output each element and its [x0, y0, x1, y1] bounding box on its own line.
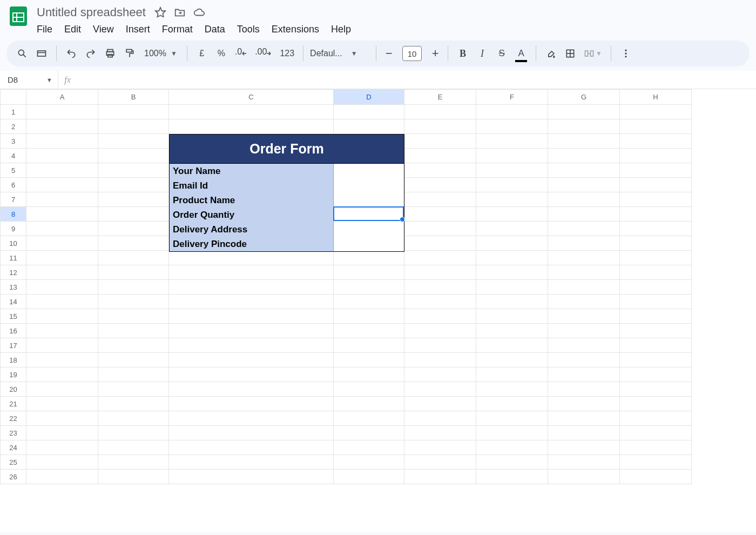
font-size-input[interactable]: 10	[402, 46, 422, 61]
cell-H11[interactable]	[620, 251, 692, 265]
cell-D5[interactable]	[334, 163, 404, 178]
cell-B14[interactable]	[98, 295, 169, 309]
cell-G13[interactable]	[548, 280, 620, 295]
cell-H10[interactable]	[620, 236, 692, 251]
cell-H23[interactable]	[620, 426, 692, 440]
cell-H22[interactable]	[620, 411, 692, 426]
cell-G2[interactable]	[548, 119, 620, 134]
cell-G18[interactable]	[548, 353, 620, 367]
cell-G23[interactable]	[548, 426, 620, 440]
name-box[interactable]: D8 ▼	[0, 71, 58, 89]
cell-B20[interactable]	[98, 382, 169, 397]
row-header-6[interactable]: 6	[1, 178, 26, 192]
cell-D19[interactable]	[334, 367, 404, 382]
cell-E14[interactable]	[404, 295, 476, 309]
cell-B25[interactable]	[98, 455, 169, 470]
cell-E24[interactable]	[404, 440, 476, 455]
cell-G17[interactable]	[548, 338, 620, 353]
cell-F24[interactable]	[476, 440, 548, 455]
cell-D10[interactable]	[334, 236, 404, 251]
cell-F4[interactable]	[476, 149, 548, 163]
formula-input[interactable]	[77, 71, 756, 89]
menu-extensions[interactable]: Extensions	[272, 24, 319, 35]
cell-G22[interactable]	[548, 411, 620, 426]
cell-C17[interactable]	[169, 338, 334, 353]
cell-G26[interactable]	[548, 470, 620, 484]
cell-C24[interactable]	[169, 440, 334, 455]
row-header-21[interactable]: 21	[1, 397, 26, 411]
row-header-14[interactable]: 14	[1, 295, 26, 309]
cell-E7[interactable]	[404, 192, 476, 207]
strikethrough-button[interactable]: S	[494, 45, 510, 62]
cell-E11[interactable]	[404, 251, 476, 265]
star-icon[interactable]	[154, 6, 166, 18]
cell-B3[interactable]	[98, 134, 169, 149]
cell-B5[interactable]	[98, 163, 169, 178]
cell-C19[interactable]	[169, 367, 334, 382]
row-header-3[interactable]: 3	[1, 134, 26, 149]
cell-H8[interactable]	[620, 207, 692, 222]
cell-C5[interactable]	[169, 163, 334, 178]
cell-D11[interactable]	[334, 251, 404, 265]
cell-A12[interactable]	[26, 265, 98, 280]
cell-F26[interactable]	[476, 470, 548, 484]
row-header-23[interactable]: 23	[1, 426, 26, 440]
cell-D4[interactable]	[334, 149, 404, 163]
row-header-24[interactable]: 24	[1, 440, 26, 455]
cell-E12[interactable]	[404, 265, 476, 280]
cell-D14[interactable]	[334, 295, 404, 309]
cell-C13[interactable]	[169, 280, 334, 295]
col-header-G[interactable]: G	[548, 90, 620, 105]
cell-D25[interactable]	[334, 455, 404, 470]
cell-D18[interactable]	[334, 353, 404, 367]
cell-A10[interactable]	[26, 236, 98, 251]
cell-A18[interactable]	[26, 353, 98, 367]
cell-F3[interactable]	[476, 134, 548, 149]
cell-F21[interactable]	[476, 397, 548, 411]
row-header-18[interactable]: 18	[1, 353, 26, 367]
cell-H15[interactable]	[620, 309, 692, 324]
cell-F22[interactable]	[476, 411, 548, 426]
undo-icon[interactable]	[63, 45, 79, 62]
text-color-button[interactable]: A	[513, 45, 529, 62]
move-folder-icon[interactable]	[174, 6, 186, 18]
cell-B19[interactable]	[98, 367, 169, 382]
cell-E13[interactable]	[404, 280, 476, 295]
cell-H4[interactable]	[620, 149, 692, 163]
cell-D23[interactable]	[334, 426, 404, 440]
cell-H24[interactable]	[620, 440, 692, 455]
cell-G4[interactable]	[548, 149, 620, 163]
cell-B15[interactable]	[98, 309, 169, 324]
cell-E22[interactable]	[404, 411, 476, 426]
cell-A16[interactable]	[26, 324, 98, 338]
cell-C25[interactable]	[169, 455, 334, 470]
row-header-11[interactable]: 11	[1, 251, 26, 265]
cell-D16[interactable]	[334, 324, 404, 338]
cell-G24[interactable]	[548, 440, 620, 455]
row-header-8[interactable]: 8	[1, 207, 26, 222]
cell-G7[interactable]	[548, 192, 620, 207]
cell-C26[interactable]	[169, 470, 334, 484]
cell-B24[interactable]	[98, 440, 169, 455]
cell-A3[interactable]	[26, 134, 98, 149]
cell-H3[interactable]	[620, 134, 692, 149]
cell-B7[interactable]	[98, 192, 169, 207]
cell-C8[interactable]	[169, 207, 334, 222]
menu-tools[interactable]: Tools	[237, 24, 260, 35]
cell-B23[interactable]	[98, 426, 169, 440]
cell-C21[interactable]	[169, 397, 334, 411]
cell-F16[interactable]	[476, 324, 548, 338]
cell-C1[interactable]	[169, 105, 334, 119]
row-header-12[interactable]: 12	[1, 265, 26, 280]
cell-C2[interactable]	[169, 119, 334, 134]
cell-D17[interactable]	[334, 338, 404, 353]
row-header-20[interactable]: 20	[1, 382, 26, 397]
cell-A25[interactable]	[26, 455, 98, 470]
cell-F14[interactable]	[476, 295, 548, 309]
cell-G12[interactable]	[548, 265, 620, 280]
cell-D13[interactable]	[334, 280, 404, 295]
cell-B26[interactable]	[98, 470, 169, 484]
row-header-9[interactable]: 9	[1, 222, 26, 236]
cell-H9[interactable]	[620, 222, 692, 236]
format-123[interactable]: 123	[278, 45, 296, 62]
